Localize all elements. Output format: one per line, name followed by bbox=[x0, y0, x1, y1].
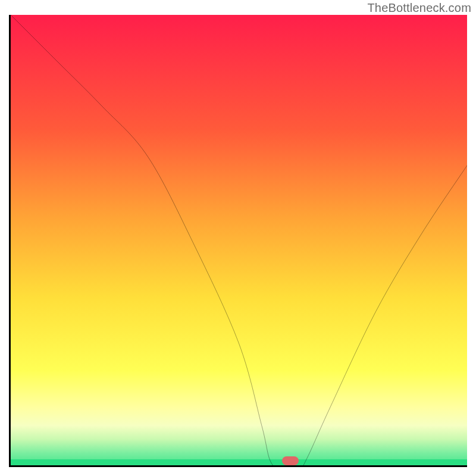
optimal-marker bbox=[282, 456, 299, 465]
bottleneck-curve bbox=[11, 15, 467, 467]
chart-container: TheBottleneck.com bbox=[0, 0, 476, 476]
curve-layer bbox=[11, 15, 467, 467]
plot-area bbox=[9, 15, 467, 467]
watermark-text: TheBottleneck.com bbox=[367, 1, 471, 15]
